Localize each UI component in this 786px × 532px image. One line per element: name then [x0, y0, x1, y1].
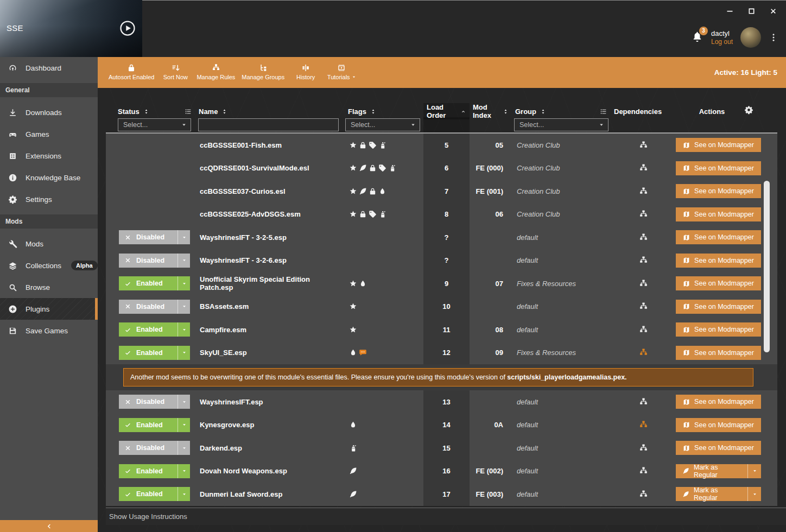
sidebar-item-save-games[interactable]: Save Games: [0, 320, 98, 341]
plugin-status-toggle[interactable]: Enabled: [119, 487, 190, 501]
column-list-icon[interactable]: [599, 107, 607, 116]
dependencies-icon[interactable]: [639, 233, 648, 242]
table-scrollbar[interactable]: [764, 181, 770, 352]
plugin-status-toggle[interactable]: Disabled: [119, 300, 190, 314]
plugin-row[interactable]: EnabledCampfire.esm1108defaultSee on Mod…: [106, 318, 777, 341]
column-list-icon[interactable]: [184, 107, 192, 116]
name-filter-input[interactable]: [198, 118, 339, 131]
sort-icon[interactable]: [503, 109, 509, 115]
dependencies-icon[interactable]: [639, 348, 648, 357]
plugin-row[interactable]: ccBGSSSE001-Fish.esm505Creation ClubSee …: [106, 134, 777, 157]
plugin-status-toggle[interactable]: Enabled: [119, 418, 190, 432]
logout-link[interactable]: Log out: [711, 38, 733, 46]
plugin-status-toggle[interactable]: Enabled: [119, 276, 190, 290]
see-on-modmapper-button[interactable]: See on Modmapper: [676, 300, 761, 314]
status-caret-icon[interactable]: [178, 346, 190, 360]
sidebar-item-downloads[interactable]: Downloads: [0, 102, 98, 123]
dependencies-icon[interactable]: [639, 302, 648, 311]
status-caret-icon[interactable]: [178, 487, 190, 501]
see-on-modmapper-button[interactable]: See on Modmapper: [676, 276, 761, 290]
plugin-row[interactable]: EnabledDovah Nord Weapons.esp16FE (002)d…: [106, 460, 777, 483]
plugin-row[interactable]: DisabledDarkend.esp15defaultSee on Modma…: [106, 436, 777, 460]
dependencies-icon[interactable]: [639, 187, 648, 196]
sort-icon[interactable]: [221, 109, 227, 115]
table-settings-gear-icon[interactable]: [744, 105, 753, 115]
sort-ascending-icon[interactable]: [460, 109, 466, 115]
plugin-status-toggle[interactable]: Disabled: [119, 230, 190, 244]
flags-filter-select[interactable]: Select...: [345, 118, 420, 131]
status-caret-icon[interactable]: [178, 254, 190, 268]
plugin-row[interactable]: EnabledDunmeri Leaf Sword.esp17FE (003)d…: [106, 483, 777, 506]
column-header-load-order[interactable]: Load Order: [423, 103, 470, 119]
status-caret-icon[interactable]: [178, 276, 190, 290]
see-on-modmapper-button[interactable]: See on Modmapper: [676, 138, 761, 152]
see-on-modmapper-button[interactable]: See on Modmapper: [676, 322, 761, 337]
close-icon[interactable]: [769, 7, 777, 15]
plugin-row[interactable]: EnabledSkyUI_SE.esp1209Fixes & Resources…: [106, 341, 777, 365]
status-caret-icon[interactable]: [178, 441, 190, 455]
sidebar-item-knowledge-base[interactable]: Knowledge Base: [0, 167, 98, 188]
status-caret-icon[interactable]: [178, 395, 190, 409]
column-header-status[interactable]: Status: [106, 103, 195, 119]
toolbar-sort-now-button[interactable]: Sort Now: [157, 57, 193, 88]
status-caret-icon[interactable]: [178, 322, 190, 337]
see-on-modmapper-button[interactable]: See on Modmapper: [676, 254, 761, 268]
dependencies-icon[interactable]: [639, 397, 648, 407]
plugin-row[interactable]: DisabledWayshrinesIFT - 3-2-6.esp?defaul…: [106, 249, 777, 273]
plugin-row[interactable]: ccBGSSSE037-Curios.esl7FE (001)Creation …: [106, 180, 777, 203]
usage-instructions-bar[interactable]: Show Usage Instructions: [106, 508, 786, 525]
toolbar-manage-groups-button[interactable]: Manage Groups: [238, 57, 288, 88]
minimize-icon[interactable]: [726, 7, 734, 15]
plugin-status-toggle[interactable]: Disabled: [119, 395, 190, 409]
see-on-modmapper-button[interactable]: See on Modmapper: [676, 184, 761, 198]
plugin-status-toggle[interactable]: Enabled: [119, 322, 190, 337]
plugin-row[interactable]: EnabledKynesgrove.esp140AdefaultSee on M…: [106, 414, 777, 437]
sidebar-item-settings[interactable]: Settings: [0, 188, 98, 210]
plugin-status-toggle[interactable]: Disabled: [119, 254, 190, 268]
game-banner[interactable]: SSE: [0, 0, 142, 57]
column-header-group[interactable]: Group: [512, 103, 611, 119]
plugin-row[interactable]: DisabledWayshrinesIFT - 3-2-5.esp?defaul…: [106, 226, 777, 249]
dependencies-icon[interactable]: [639, 444, 648, 453]
column-header-name[interactable]: Name: [195, 103, 345, 119]
dependencies-icon[interactable]: [639, 325, 648, 334]
sort-icon[interactable]: [143, 109, 149, 115]
plugin-row[interactable]: DisabledWayshrinesIFT.esp13defaultSee on…: [106, 390, 777, 414]
plugin-row[interactable]: DisabledBSAssets.esm10defaultSee on Modm…: [106, 295, 777, 319]
column-header-flags[interactable]: Flags: [345, 103, 423, 119]
plugin-status-toggle[interactable]: Disabled: [119, 441, 190, 455]
see-on-modmapper-button[interactable]: See on Modmapper: [676, 230, 761, 244]
notifications-button[interactable]: 3: [691, 30, 703, 45]
play-button[interactable]: [119, 20, 136, 36]
sidebar-item-games[interactable]: Games: [0, 123, 98, 145]
menu-dots-icon[interactable]: [769, 33, 778, 42]
status-filter-select[interactable]: Select...: [118, 118, 191, 131]
see-on-modmapper-button[interactable]: See on Modmapper: [676, 418, 761, 432]
sidebar-collapse-button[interactable]: [0, 520, 98, 532]
see-on-modmapper-button[interactable]: See on Modmapper: [676, 395, 761, 409]
dependencies-icon[interactable]: [639, 163, 648, 173]
status-caret-icon[interactable]: [178, 300, 190, 314]
column-header-mod-index[interactable]: Mod Index: [470, 103, 512, 119]
sidebar-item-plugins[interactable]: Plugins: [0, 298, 98, 320]
sidebar-item-dashboard[interactable]: Dashboard: [0, 57, 98, 79]
dependencies-icon[interactable]: [639, 210, 648, 219]
status-caret-icon[interactable]: [178, 464, 190, 478]
see-on-modmapper-button[interactable]: See on Modmapper: [676, 207, 761, 221]
group-filter-select[interactable]: Select...: [514, 118, 608, 131]
dependencies-icon[interactable]: [639, 490, 648, 499]
sidebar-item-collections[interactable]: CollectionsAlpha: [0, 255, 98, 276]
toolbar-autosort-enabled-button[interactable]: Autosort Enabled: [105, 57, 157, 88]
plugin-status-toggle[interactable]: Enabled: [119, 464, 190, 478]
toolbar-manage-rules-button[interactable]: Manage Rules: [193, 57, 238, 88]
dependencies-icon[interactable]: [639, 279, 648, 288]
see-on-modmapper-button[interactable]: See on Modmapper: [676, 161, 761, 175]
action-caret-icon[interactable]: [747, 464, 761, 478]
plugin-row[interactable]: EnabledUnofficial Skyrim Special Edition…: [106, 272, 777, 295]
toolbar-tutorials-button[interactable]: Tutorials: [324, 57, 359, 88]
sidebar-item-browse[interactable]: Browse: [0, 276, 98, 298]
sort-icon[interactable]: [540, 109, 546, 115]
dependencies-icon[interactable]: [639, 466, 648, 476]
user-avatar[interactable]: [740, 27, 761, 48]
plugin-row[interactable]: ccQDRSSE001-SurvivalMode.esl6FE (000)Cre…: [106, 157, 777, 180]
